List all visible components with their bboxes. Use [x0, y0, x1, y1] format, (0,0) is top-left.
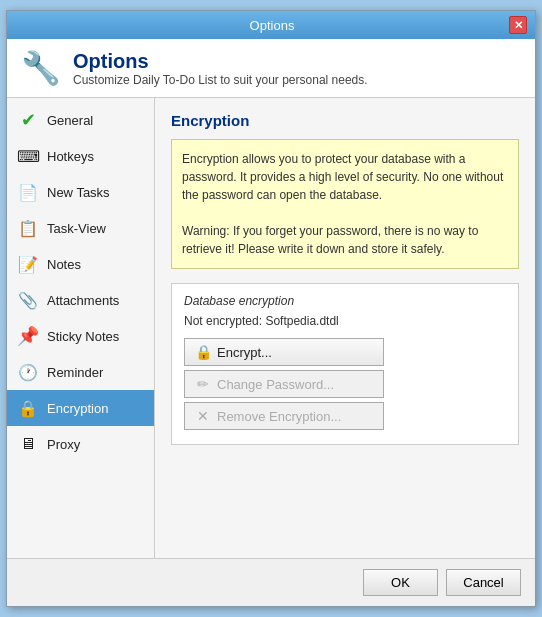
sidebar-item-proxy[interactable]: 🖥 Proxy — [7, 426, 154, 462]
main-panel: Encryption Encryption allows you to prot… — [155, 98, 535, 558]
sidebar-item-encryption[interactable]: 🔒 Encryption — [7, 390, 154, 426]
sidebar-label-task-view: Task-View — [47, 221, 106, 236]
db-section-title: Database encryption — [184, 294, 506, 308]
close-button[interactable]: ✕ — [509, 16, 527, 34]
encrypt-button[interactable]: 🔒 Encrypt... — [184, 338, 384, 366]
options-window: Options ✕ 🔧 Options Customize Daily To-D… — [6, 10, 536, 607]
sidebar-item-notes[interactable]: 📝 Notes — [7, 246, 154, 282]
remove-encryption-label: Remove Encryption... — [217, 409, 341, 424]
titlebar: Options ✕ — [7, 11, 535, 39]
hotkeys-icon: ⌨ — [17, 145, 39, 167]
sidebar-item-sticky-notes[interactable]: 📌 Sticky Notes — [7, 318, 154, 354]
sidebar-label-new-tasks: New Tasks — [47, 185, 110, 200]
sidebar-item-general[interactable]: ✔ General — [7, 102, 154, 138]
header-subtitle: Customize Daily To-Do List to suit your … — [73, 73, 368, 87]
attachments-icon: 📎 — [17, 289, 39, 311]
sidebar-label-encryption: Encryption — [47, 401, 108, 416]
info-text-2: Warning: If you forget your password, th… — [182, 222, 508, 258]
new-tasks-icon: 📄 — [17, 181, 39, 203]
encrypt-icon: 🔒 — [195, 344, 211, 360]
reminder-icon: 🕐 — [17, 361, 39, 383]
content-area: ✔ General ⌨ Hotkeys 📄 New Tasks 📋 Task-V… — [7, 98, 535, 558]
task-view-icon: 📋 — [17, 217, 39, 239]
notes-icon: 📝 — [17, 253, 39, 275]
sidebar-label-sticky-notes: Sticky Notes — [47, 329, 119, 344]
remove-encryption-button[interactable]: ✕ Remove Encryption... — [184, 402, 384, 430]
ok-button[interactable]: OK — [363, 569, 438, 596]
remove-encryption-icon: ✕ — [195, 408, 211, 424]
sidebar-label-notes: Notes — [47, 257, 81, 272]
panel-title: Encryption — [171, 112, 519, 129]
general-icon: ✔ — [17, 109, 39, 131]
db-section: Database encryption Not encrypted: Softp… — [171, 283, 519, 445]
sidebar-item-task-view[interactable]: 📋 Task-View — [7, 210, 154, 246]
cancel-button[interactable]: Cancel — [446, 569, 521, 596]
sidebar-label-hotkeys: Hotkeys — [47, 149, 94, 164]
sidebar-label-proxy: Proxy — [47, 437, 80, 452]
sticky-notes-icon: 📌 — [17, 325, 39, 347]
change-password-button[interactable]: ✏ Change Password... — [184, 370, 384, 398]
sidebar-item-new-tasks[interactable]: 📄 New Tasks — [7, 174, 154, 210]
info-text-1: Encryption allows you to protect your da… — [182, 150, 508, 204]
sidebar-label-attachments: Attachments — [47, 293, 119, 308]
db-status: Not encrypted: Softpedia.dtdl — [184, 314, 506, 328]
change-password-label: Change Password... — [217, 377, 334, 392]
sidebar-item-hotkeys[interactable]: ⌨ Hotkeys — [7, 138, 154, 174]
encrypt-label: Encrypt... — [217, 345, 272, 360]
sidebar-item-attachments[interactable]: 📎 Attachments — [7, 282, 154, 318]
options-icon: 🔧 — [21, 49, 61, 87]
encryption-icon: 🔒 — [17, 397, 39, 419]
sidebar: ✔ General ⌨ Hotkeys 📄 New Tasks 📋 Task-V… — [7, 98, 155, 558]
proxy-icon: 🖥 — [17, 433, 39, 455]
footer: OK Cancel — [7, 558, 535, 606]
sidebar-label-general: General — [47, 113, 93, 128]
sidebar-item-reminder[interactable]: 🕐 Reminder — [7, 354, 154, 390]
header-title: Options — [73, 50, 368, 73]
change-password-icon: ✏ — [195, 376, 211, 392]
sidebar-label-reminder: Reminder — [47, 365, 103, 380]
info-box: Encryption allows you to protect your da… — [171, 139, 519, 269]
header-area: 🔧 Options Customize Daily To-Do List to … — [7, 39, 535, 98]
window-title: Options — [35, 18, 509, 33]
